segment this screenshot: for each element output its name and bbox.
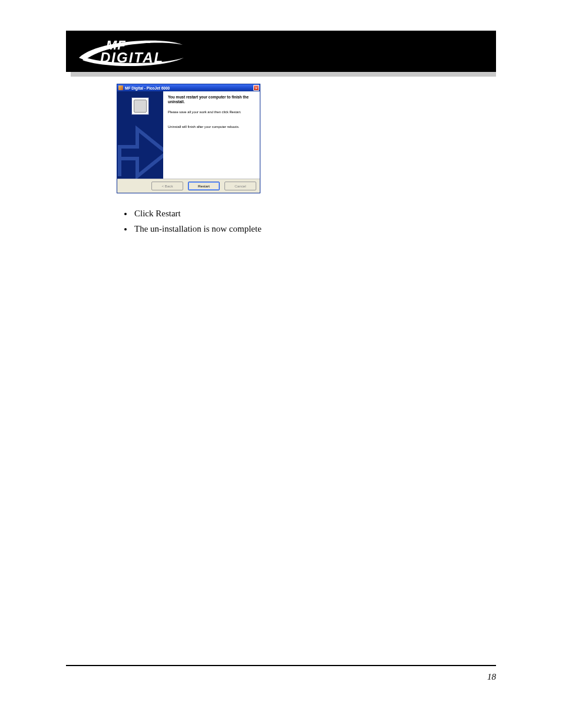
arrow-graphic-icon [117, 111, 163, 179]
list-item: Click Restart [133, 206, 262, 221]
app-icon [118, 85, 123, 90]
dialog-line-1: Please save all your work and then click… [168, 110, 255, 114]
cancel-button[interactable]: Cancel [224, 182, 256, 190]
banner-shadow [71, 72, 496, 77]
restart-button[interactable]: Restart [188, 182, 220, 190]
dialog-content: You must restart your computer to finish… [163, 91, 260, 179]
page-number: 18 [487, 672, 496, 682]
header-banner: MF DIGITAL [66, 31, 496, 72]
instruction-list: Click Restart The un-installation is now… [99, 206, 262, 236]
dialog-sidebar [117, 91, 163, 179]
mf-digital-logo: MF DIGITAL [74, 34, 186, 68]
footer-rule [66, 665, 496, 666]
dialog-title: MF Digital - PicoJet 6000 [125, 86, 253, 90]
close-icon[interactable]: × [253, 85, 259, 91]
dialog-line-2: Uninstall will finish after your compute… [168, 125, 255, 129]
dialog-headline: You must restart your computer to finish… [168, 95, 255, 104]
back-button[interactable]: < Back [151, 182, 183, 190]
uninstall-dialog: MF Digital - PicoJet 6000 × You must res… [117, 84, 260, 193]
logo-text-digital: DIGITAL [100, 50, 164, 66]
dialog-button-row: < Back Restart Cancel [117, 179, 260, 192]
list-item: The un-installation is now complete [133, 221, 262, 236]
dialog-titlebar: MF Digital - PicoJet 6000 × [117, 84, 260, 91]
